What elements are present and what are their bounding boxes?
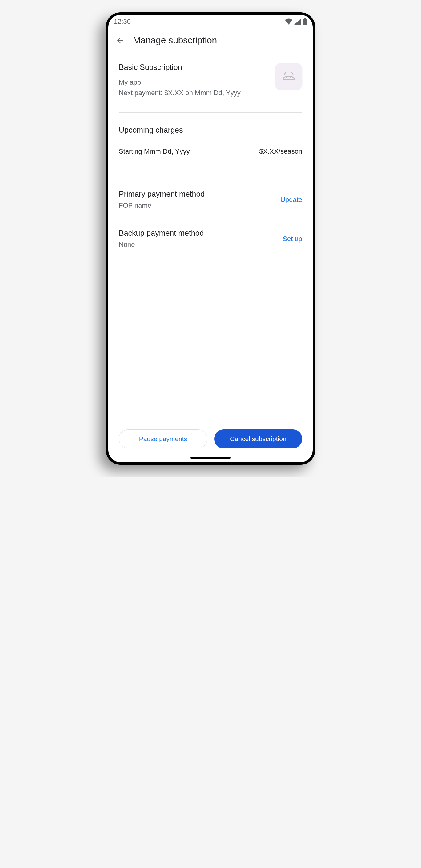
primary-payment-info: Primary payment method FOP name <box>119 190 205 210</box>
app-header: Manage subscription <box>108 26 313 57</box>
charge-start-label: Starting Mmm Dd, Yyyy <box>119 148 190 155</box>
bottom-button-bar: Pause payments Cancel subscription <box>108 425 313 457</box>
primary-payment-value: FOP name <box>119 202 205 210</box>
status-time: 12:30 <box>114 18 131 26</box>
main-content: Basic Subscription My app Next payment: … <box>108 57 313 425</box>
subscription-name: Basic Subscription <box>119 63 275 72</box>
battery-icon <box>303 18 307 25</box>
status-bar: 12:30 <box>108 15 313 26</box>
app-icon <box>275 63 302 90</box>
subscription-next-payment: Next payment: $X.XX on Mmm Dd, Yyyy <box>119 88 275 98</box>
android-icon <box>282 71 295 81</box>
upcoming-charges-section: Upcoming charges Starting Mmm Dd, Yyyy $… <box>119 113 302 170</box>
subscription-summary: Basic Subscription My app Next payment: … <box>119 57 302 113</box>
nav-handle[interactable] <box>191 457 230 459</box>
svg-point-5 <box>290 76 291 78</box>
cell-signal-icon <box>294 19 301 25</box>
setup-backup-button[interactable]: Set up <box>283 235 302 243</box>
back-arrow-icon[interactable] <box>116 36 124 44</box>
page-title: Manage subscription <box>133 35 217 45</box>
pause-payments-button[interactable]: Pause payments <box>119 429 207 448</box>
upcoming-charges-title: Upcoming charges <box>119 126 302 134</box>
svg-rect-1 <box>304 18 306 19</box>
status-icons <box>285 18 307 25</box>
primary-payment-title: Primary payment method <box>119 190 205 198</box>
subscription-app: My app <box>119 77 275 88</box>
cancel-subscription-button[interactable]: Cancel subscription <box>214 429 302 448</box>
upcoming-charge-row: Starting Mmm Dd, Yyyy $X.XX/season <box>119 148 302 155</box>
payment-methods: Primary payment method FOP name Update B… <box>119 170 302 261</box>
svg-line-2 <box>284 72 286 74</box>
phone-frame: 12:30 Manage subscription Basic Subscrip… <box>106 12 315 465</box>
backup-payment-value: None <box>119 241 204 249</box>
wifi-icon <box>285 19 292 25</box>
backup-payment-info: Backup payment method None <box>119 229 204 249</box>
charge-amount: $X.XX/season <box>259 148 302 155</box>
backup-payment-row: Backup payment method None Set up <box>119 222 302 261</box>
update-primary-button[interactable]: Update <box>280 196 302 204</box>
subscription-info: Basic Subscription My app Next payment: … <box>119 63 275 98</box>
svg-rect-0 <box>303 19 307 25</box>
svg-line-3 <box>292 72 293 74</box>
svg-point-4 <box>286 76 287 78</box>
backup-payment-title: Backup payment method <box>119 229 204 238</box>
primary-payment-row: Primary payment method FOP name Update <box>119 183 302 222</box>
